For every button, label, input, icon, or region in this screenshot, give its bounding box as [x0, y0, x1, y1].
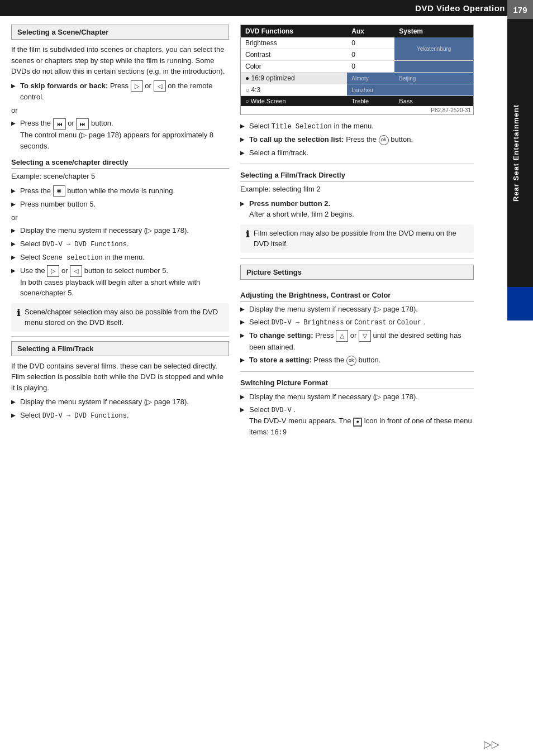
pbullet2-code3: Contrast: [354, 319, 387, 327]
film-bullet2: Select DVD-V → DVD Functions.: [11, 410, 229, 421]
pbullet2-code4: Colour: [397, 319, 421, 327]
or2: or: [11, 212, 229, 223]
format-bullets: Display the menu system if necessary (▷ …: [240, 391, 474, 438]
btn-fwd2: ▷: [47, 265, 59, 277]
two-column-layout: Selecting a Scene/Chapter If the film is…: [11, 25, 474, 440]
fbullet2-pre: Select: [249, 405, 272, 414]
dvd-map-beijing: Beijing: [394, 73, 473, 84]
dvd-color-label: Color: [241, 61, 347, 73]
header-title: DVD Video Operation: [415, 3, 505, 13]
btn-forward: ▷: [131, 80, 143, 92]
circle-icon: ●: [353, 418, 362, 427]
dvd-caption: P82.87-2520-31: [241, 106, 473, 114]
dvd-contrast-val: 0: [347, 49, 394, 61]
subsection-r3: Switching Picture Format: [240, 379, 474, 389]
divider-r2: [240, 259, 474, 259]
or1: or: [11, 105, 229, 116]
subsection1: Selecting a scene/chapter directly: [11, 158, 229, 169]
btn-down: ▽: [359, 330, 371, 342]
right-bullets2: Press number button 2. After a short whi…: [240, 198, 474, 220]
section3-title: Picture Settings: [240, 265, 474, 280]
pbullet2-mid: or: [346, 318, 354, 326]
pbullet2-pre: Select: [249, 318, 272, 326]
bullet6: Select DVD-V → DVD Functions.: [11, 238, 229, 250]
bullet2-mid: or: [68, 119, 76, 127]
pbullet2-code1: DVD-V →: [272, 319, 304, 327]
bullet8-sub: In both cases playback will begin after …: [20, 278, 200, 298]
film-bullet2-pre: Select: [20, 411, 42, 419]
subsection-r2: Adjusting the Brightness, Contrast or Co…: [240, 291, 474, 302]
btn-prev: ⏮: [53, 118, 66, 130]
side-label: Rear Seat Entertainment: [507, 19, 533, 287]
dvd-contrast-label: Contrast: [241, 49, 347, 61]
dvd-row3: Color 0: [241, 61, 473, 73]
film-bullets: Display the menu system if necessary (▷ …: [11, 396, 229, 421]
info1-text: Scene/chapter selection may also be poss…: [25, 307, 223, 328]
pbullet2-code2: Brightness: [303, 319, 344, 327]
dvd-wide-label: ○ Wide Screen: [241, 96, 347, 107]
bullet8: Use the ▷ or ◁ button to select number 5…: [11, 265, 229, 299]
dvd-col3: System: [394, 25, 473, 37]
bullet7-end: in the menu.: [103, 253, 145, 261]
bullet1: To skip forwards or back: Press ▷ or ◁ o…: [11, 80, 229, 103]
header-bar: DVD Video Operation: [0, 0, 533, 16]
fbullet2-end: .: [293, 405, 296, 414]
fbullet1: Display the menu system if necessary (▷ …: [240, 391, 474, 403]
info-r1-text: Film selection may also be possible from…: [254, 228, 468, 250]
bullet2-pre: Press the: [20, 119, 53, 127]
bullet6-code: DVD-V → DVD Functions: [42, 241, 127, 248]
section1-body: If the film is subdivided into scenes or…: [11, 44, 229, 77]
bullet8-pre: Use the: [20, 266, 47, 275]
dvd-brightness-label: Brightness: [241, 37, 347, 49]
rbullet2-end2: button.: [391, 135, 413, 143]
dvd-row4: ● 16:9 optimized Almoty Beijing: [241, 73, 473, 84]
example1: Example: scene/chapter 5: [11, 171, 229, 182]
rbullet4-bold: Press number button 2.: [249, 199, 330, 208]
fbullet2-sub1: The DVD-V menu appears. The: [249, 417, 353, 425]
info-r1-box: ℹ Film selection may also be possible fr…: [240, 224, 474, 253]
bullet4: Press number button 5.: [11, 199, 229, 210]
btn-up: △: [336, 330, 348, 342]
subsection-r1: Selecting a Film/Track Directly: [240, 171, 474, 181]
btn-back: ◁: [154, 80, 166, 92]
btn-next: ⏭: [76, 118, 89, 130]
bullet3: Press the ✱ button while the movie is ru…: [11, 185, 229, 197]
film-bullet2-end: .: [127, 411, 129, 419]
left-column: Selecting a Scene/Chapter If the film is…: [11, 25, 229, 440]
rbullet3: Select a film/track.: [240, 147, 474, 159]
section1-bullets: To skip forwards or back: Press ▷ or ◁ o…: [11, 80, 229, 103]
bullet3-end: button while the movie is running.: [67, 186, 175, 195]
pbullet2: Select DVD-V → Brightness or Contrast or…: [240, 317, 474, 328]
page-number: 179: [507, 0, 533, 19]
info-r1-icon: ℹ: [246, 228, 249, 250]
bullet6-pre: Select: [20, 240, 42, 248]
dvd-col1: DVD Functions: [241, 25, 347, 37]
rbullet1-end: in the menu.: [332, 122, 374, 130]
divider-r1: [240, 164, 474, 164]
section1-bullets2: Press the ⏮ or ⏭ button. The control men…: [11, 118, 229, 151]
bullet2: Press the ⏮ or ⏭ button. The control men…: [11, 118, 229, 151]
section1-title: Selecting a Scene/Chapter: [11, 25, 229, 40]
film-bullet2-code: DVD-V → DVD Functions: [42, 412, 127, 420]
rbullet1: Select Title Selection in the menu.: [240, 121, 474, 132]
dvd-brightness-val: 0: [347, 37, 394, 49]
dvd-menu-table: DVD Functions Aux System Brightness 0 Ye…: [241, 25, 473, 106]
dvd-color-val: 0: [347, 61, 394, 73]
dvd-row6: ○ Wide Screen Treble Bass: [241, 96, 473, 107]
btn-ok1: ok: [379, 135, 389, 145]
info1-icon: ℹ: [17, 307, 20, 328]
section2-title: Selecting a Film/Track: [11, 341, 229, 356]
pbullet4: To store a setting: Press the ok button.: [240, 355, 474, 366]
bullet3-pre: Press the: [20, 186, 53, 195]
bullet8-end: button to select number 5.: [84, 266, 168, 275]
rbullet2-bold: To call up the selection list:: [249, 135, 344, 143]
fbullet2-code: DVD-V: [272, 406, 292, 414]
pbullet2-end: .: [423, 318, 425, 326]
bullet5: Display the menu system if necessary (▷ …: [11, 225, 229, 236]
pbullet2-mid2: or: [388, 318, 397, 326]
fbullet2: Select DVD-V . The DVD-V menu appears. T…: [240, 404, 474, 438]
bullet2-end: button.: [91, 119, 113, 127]
bullet1-text: Press: [110, 82, 131, 90]
rbullet4: Press number button 2. After a short whi…: [240, 198, 474, 220]
main-content: Selecting a Scene/Chapter If the film is…: [0, 16, 507, 448]
